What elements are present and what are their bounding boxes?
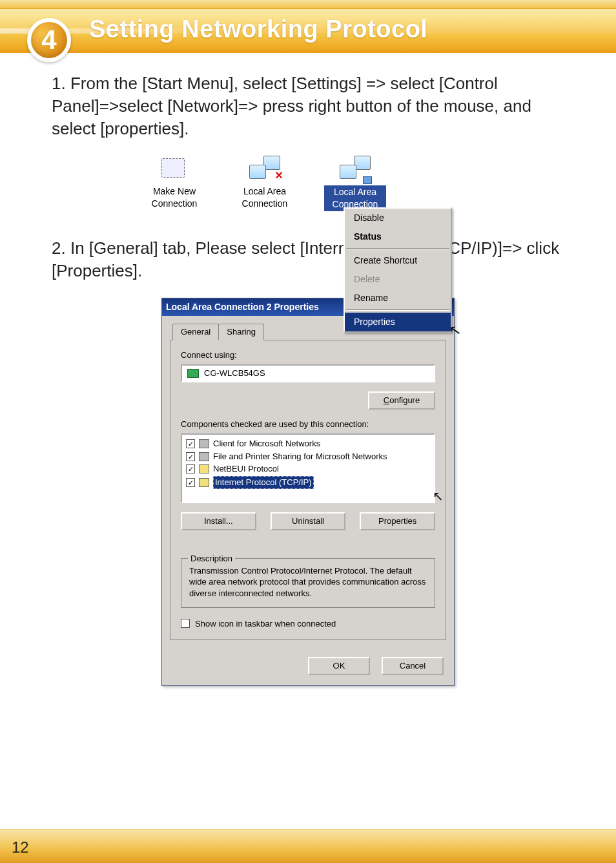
description-text: Transmission Control Protocol/Internet P… <box>189 565 427 599</box>
components-listbox[interactable]: Client for Microsoft Networks File and P… <box>181 433 435 503</box>
component-item-client[interactable]: Client for Microsoft Networks <box>185 437 431 450</box>
ctx-item-properties[interactable]: Properties <box>345 313 451 331</box>
connection-icon <box>159 156 190 182</box>
chapter-badge: 4 <box>27 18 71 62</box>
figure-network-connections: Make New Connection × Local Area Connect… <box>143 156 473 211</box>
show-icon-label: Show icon in taskbar when connected <box>195 618 336 630</box>
connection-icon: × <box>249 156 280 182</box>
description-group: Description Transmission Control Protoco… <box>181 558 435 608</box>
properties-button[interactable]: Properties <box>360 512 435 530</box>
header-band-top <box>0 0 616 9</box>
checkbox-icon[interactable] <box>186 439 195 448</box>
component-label: Internet Protocol (TCP/IP) <box>213 476 314 489</box>
step-1-text: 1. From the [Start Menu], select [Settin… <box>52 72 564 140</box>
cursor-icon: ↖ <box>448 320 463 341</box>
ctx-item-rename[interactable]: Rename <box>345 289 451 307</box>
nc-caption: Make New Connection <box>143 185 205 210</box>
ctx-item-disable[interactable]: Disable <box>345 209 451 227</box>
step-2-text: 2. In [General] tab, Please select [Inte… <box>52 237 564 282</box>
component-icon <box>199 478 209 487</box>
connect-using-label: Connect using: <box>181 349 435 361</box>
show-icon-checkbox[interactable] <box>181 619 190 628</box>
tab-panel-general: Connect using: CG-WLCB54GS Configure Com… <box>170 340 446 640</box>
nc-item-lan-disconnected[interactable]: × Local Area Connection <box>234 156 296 210</box>
page-number: 12 <box>12 838 29 857</box>
checkbox-icon[interactable] <box>186 464 195 473</box>
adapter-name: CG-WLCB54GS <box>204 368 265 379</box>
components-label: Components checked are used by this conn… <box>181 419 435 430</box>
nc-caption: Local Area Connection <box>234 185 296 210</box>
install-button[interactable]: Install... <box>181 512 256 530</box>
component-item-tcpip[interactable]: Internet Protocol (TCP/IP) <box>185 475 431 490</box>
tab-sharing[interactable]: Sharing <box>218 324 264 340</box>
context-menu: Disable Status Create Shortcut Delete Re… <box>344 207 452 332</box>
ctx-item-status[interactable]: Status <box>345 227 451 246</box>
content-area: 1. From the [Start Menu], select [Settin… <box>0 53 616 744</box>
configure-button-label: onfigure <box>389 395 420 405</box>
cursor-icon: ↖ <box>433 488 616 505</box>
ctx-item-delete: Delete <box>345 270 451 289</box>
nc-item-lan-selected[interactable]: Local Area Connection <box>324 156 386 211</box>
ctx-separator <box>346 248 449 249</box>
component-icon <box>199 452 209 461</box>
lan-properties-dialog: Local Area Connection 2 Properties ? × G… <box>161 298 455 685</box>
component-icon <box>199 464 209 473</box>
component-label: NetBEUI Protocol <box>213 463 279 475</box>
ctx-item-create-shortcut[interactable]: Create Shortcut <box>345 251 451 270</box>
component-item-netbeui[interactable]: NetBEUI Protocol <box>185 463 431 475</box>
nc-icon-row: Make New Connection × Local Area Connect… <box>143 156 473 211</box>
ctx-separator <box>346 309 449 311</box>
uninstall-button[interactable]: Uninstall <box>271 512 346 530</box>
component-icon <box>199 439 209 448</box>
page-title: Setting Networking Protocol <box>89 16 427 43</box>
ok-button[interactable]: OK <box>308 657 370 675</box>
checkbox-icon[interactable] <box>186 452 195 461</box>
footer-band <box>0 829 616 863</box>
dialog-title-text: Local Area Connection 2 Properties <box>166 301 319 313</box>
nc-item-make-new[interactable]: Make New Connection <box>143 156 205 210</box>
connection-icon <box>340 156 371 182</box>
description-legend: Description <box>188 553 235 565</box>
dialog-footer: OK Cancel <box>162 649 454 685</box>
adapter-icon <box>187 369 199 378</box>
adapter-field: CG-WLCB54GS <box>181 364 435 382</box>
tab-general[interactable]: General <box>172 324 219 340</box>
cancel-button[interactable]: Cancel <box>382 657 444 675</box>
checkbox-icon[interactable] <box>186 478 195 487</box>
configure-button[interactable]: Configure <box>368 391 435 410</box>
component-item-fps[interactable]: File and Printer Sharing for Microsoft N… <box>185 450 431 463</box>
component-label: Client for Microsoft Networks <box>213 438 320 450</box>
component-label: File and Printer Sharing for Microsoft N… <box>213 451 387 463</box>
